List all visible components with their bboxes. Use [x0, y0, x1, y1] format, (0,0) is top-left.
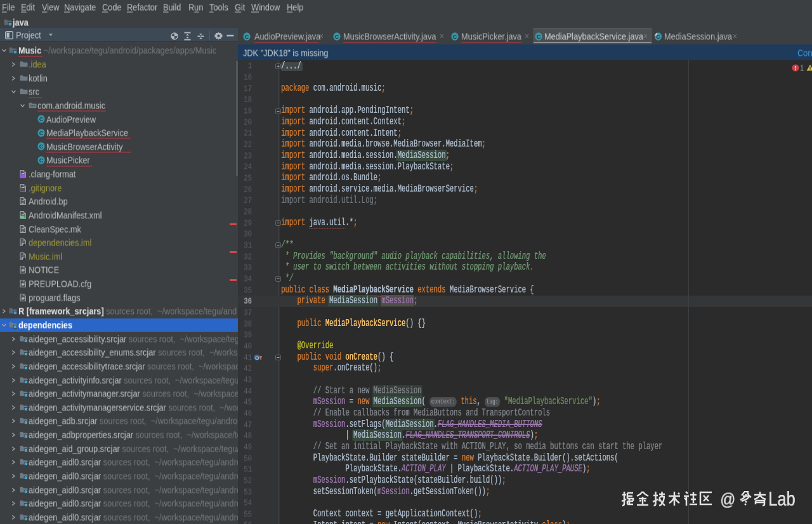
- svg-text:C: C: [537, 33, 541, 39]
- svg-text:O: O: [255, 355, 259, 361]
- svg-text:C: C: [39, 129, 44, 136]
- svg-text:C: C: [453, 33, 457, 39]
- svg-text:MF: MF: [20, 216, 25, 219]
- svg-text:C: C: [245, 33, 249, 39]
- svg-text:C: C: [39, 116, 44, 122]
- svg-text:C: C: [335, 33, 339, 39]
- svg-text:C: C: [39, 143, 44, 150]
- svg-text:C: C: [39, 157, 44, 164]
